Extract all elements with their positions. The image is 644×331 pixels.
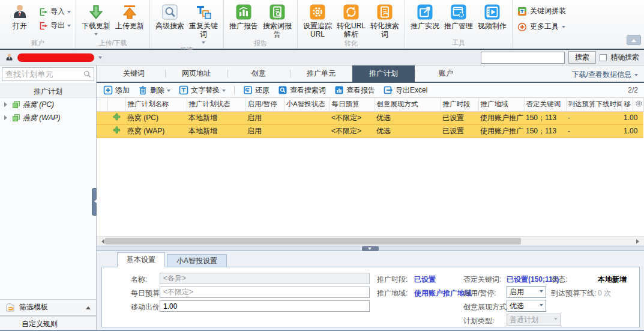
ribbon-button-高级搜索[interactable]: 高级搜索 — [153, 1, 187, 31]
filter-template-item[interactable]: 筛选模板 — [0, 299, 96, 315]
panel-splitter[interactable] — [97, 246, 644, 251]
cell-每日预算[interactable]: <不限定> — [330, 124, 375, 138]
ribbon-button-推广报告[interactable]: 推广报告 — [227, 1, 260, 31]
ribbon-button-推广管理[interactable]: 推广管理 — [442, 1, 475, 31]
column-header-创意展现方式[interactable]: 创意展现方式 — [375, 98, 441, 111]
cell-启用/暂停[interactable]: 启用 — [245, 124, 284, 138]
ribbon-button-转化搜索词[interactable]: 转化搜索词 — [368, 1, 402, 39]
creative-display-select[interactable]: 优选 — [507, 300, 546, 312]
scroll-right-icon[interactable] — [636, 239, 642, 244]
row-count: 2/2 — [628, 86, 638, 94]
toolbar-button-导出Excel[interactable]: 导出Excel — [379, 85, 432, 96]
name-input[interactable] — [160, 273, 370, 284]
data-info-link[interactable]: 下载/查看数据信息 — [572, 70, 638, 80]
column-header-推广时段[interactable]: 推广时段 — [441, 98, 478, 111]
tab-创意[interactable]: 创意 — [227, 65, 290, 82]
cell-创意展现方式[interactable]: 优选 — [375, 124, 441, 138]
cell-到达预算下线时间[interactable]: - — [566, 124, 622, 138]
custom-rule-label: 自定义规则 — [22, 319, 58, 329]
toolbar-button-文字替换[interactable]: 文字替换 — [175, 85, 230, 96]
period-value-link[interactable]: 已设置 — [414, 275, 436, 285]
detail-tab-基本设置[interactable]: 基本设置 — [117, 252, 165, 267]
cell-小A智投状态[interactable] — [284, 124, 330, 138]
ribbon-button-搜索词报告[interactable]: 搜索词报告 — [260, 1, 294, 39]
toolbar-button-查看搜索词[interactable]: 查看搜索词 — [274, 85, 330, 96]
cell-推广计划名称[interactable]: 燕窝 (WAP) — [125, 124, 187, 138]
table-row[interactable]: 燕窝 (WAP)本地新增启用<不限定>优选已设置使用账户推广...150；113… — [97, 124, 643, 138]
cell-推广地域[interactable]: 使用账户推广... — [478, 124, 524, 138]
toolbar-button-删除[interactable]: 删除 — [134, 85, 175, 96]
ribbon-button-视频制作[interactable]: 视频制作 — [475, 1, 509, 31]
cell-创意展现方式[interactable]: 优选 — [375, 111, 441, 124]
global-search-input[interactable] — [481, 52, 565, 64]
column-header-小A智投状态[interactable]: 小A智投状态 — [284, 98, 330, 111]
cell-小A智投状态[interactable] — [284, 111, 330, 124]
detail-tab-小A智投设置[interactable]: 小A智投设置 — [167, 254, 227, 267]
ribbon-button-上传更新[interactable]: 上传更新 — [113, 1, 146, 31]
cell-否定关键词[interactable]: 150；113 — [524, 124, 566, 138]
expand-arrow-icon[interactable] — [4, 102, 10, 107]
ribbon-button-导入[interactable]: 导入 — [37, 6, 73, 17]
search-button[interactable]: 搜索 — [568, 51, 596, 64]
toolbar-button-还原[interactable]: 还原 — [239, 85, 274, 96]
tab-账户[interactable]: 账户 — [415, 65, 477, 82]
scrollbar-thumb[interactable] — [105, 238, 521, 244]
column-header-推广计划名称[interactable]: 推广计划名称 — [125, 98, 187, 111]
toolbar-button-查看报告[interactable]: 查看报告 — [330, 85, 379, 96]
ribbon-button-下载更新[interactable]: 下载更新 — [79, 1, 113, 37]
column-header-移[interactable]: 移 — [622, 98, 633, 111]
cell-推广计划名称[interactable]: 燕窝 (PC) — [125, 111, 187, 124]
tab-推广计划[interactable]: 推广计划 — [352, 65, 415, 82]
cell-推广地域[interactable]: 使用账户推广... — [478, 111, 524, 124]
cell-推广计划状态[interactable]: 本地新增 — [187, 124, 245, 138]
cell-推广计划状态[interactable]: 本地新增 — [187, 111, 245, 124]
ribbon-button-重复关键词[interactable]: 重复关键词 — [187, 1, 220, 46]
budget-input[interactable] — [160, 287, 370, 298]
tree-item-燕窝 (PC)[interactable]: 燕窝 (PC) — [0, 98, 96, 111]
chevron-down-icon[interactable] — [98, 56, 102, 61]
custom-rule-item[interactable]: 自定义规则 — [0, 315, 96, 331]
ribbon-button-更多工具[interactable]: 更多工具 — [517, 22, 566, 32]
tree-item-燕窝 (WAP)[interactable]: 燕窝 (WAP) — [0, 111, 96, 124]
column-header-到达预算下线时间[interactable]: 到达预算下线时间 — [566, 98, 622, 111]
cell-移[interactable]: 1.00 — [622, 111, 643, 124]
cell-推广时段[interactable]: 已设置 — [441, 111, 478, 124]
ribbon-collapse-button[interactable] — [627, 35, 641, 45]
cell-推广时段[interactable]: 已设置 — [441, 124, 478, 138]
splitter-collapse-button[interactable] — [362, 246, 379, 251]
column-header-推广计划状态[interactable]: 推广计划状态 — [187, 98, 245, 111]
expand-arrow-icon[interactable] — [4, 115, 10, 120]
ribbon-button-关键词拼装[interactable]: 关键词拼装 — [517, 6, 566, 16]
tab-关键词[interactable]: 关键词 — [103, 65, 165, 82]
table-row[interactable]: 燕窝 (PC)本地新增启用<不限定>优选已设置使用账户推广...150；113-… — [97, 111, 643, 124]
ribbon-button-导出[interactable]: 导出 — [37, 20, 73, 31]
column-header-推广地域[interactable]: 推广地域 — [478, 98, 524, 111]
enable-pause-select[interactable]: 启用 — [507, 286, 546, 298]
cell-到达预算下线时间[interactable]: - — [566, 111, 622, 124]
tab-推广单元[interactable]: 推广单元 — [290, 65, 352, 82]
horizontal-scrollbar[interactable] — [97, 236, 644, 246]
tab-网页地址[interactable]: 网页地址 — [165, 65, 227, 82]
column-settings-gear-icon[interactable] — [633, 98, 643, 111]
ribbon-button-转化URL解析[interactable]: 转化URL解析 — [334, 1, 368, 39]
cell-移[interactable]: 1.00 — [622, 124, 643, 138]
toolbar-button-添加[interactable]: 添加 — [99, 85, 134, 96]
cell-启用/暂停[interactable]: 启用 — [245, 111, 284, 124]
cell-否定关键词[interactable]: 150；113 — [524, 111, 566, 124]
scroll-left-icon[interactable] — [99, 239, 104, 244]
row-selector-cell[interactable] — [97, 111, 107, 124]
cell-每日预算[interactable]: <不限定> — [330, 111, 375, 124]
column-header-启用/暂停[interactable]: 启用/暂停 — [245, 98, 284, 111]
column-header-否定关键词[interactable]: 否定关键词 — [524, 98, 566, 111]
filter-template-label: 筛选模板 — [19, 302, 48, 312]
exact-search-checkbox[interactable] — [600, 54, 607, 61]
negative-keywords-label: 否定关键词: — [463, 275, 501, 285]
plan-unit-search-input[interactable] — [2, 67, 94, 81]
row-selector-cell[interactable] — [97, 124, 107, 138]
account-name-redacted[interactable] — [17, 53, 94, 62]
mobile-ratio-input[interactable] — [160, 300, 370, 312]
ribbon-button-打开[interactable]: 打开 — [3, 1, 37, 31]
column-header-每日预算[interactable]: 每日预算 — [330, 98, 375, 111]
ribbon-button-设置追踪URL[interactable]: 设置追踪URL — [301, 1, 334, 39]
ribbon-button-推广实况[interactable]: 推广实况 — [408, 1, 442, 31]
